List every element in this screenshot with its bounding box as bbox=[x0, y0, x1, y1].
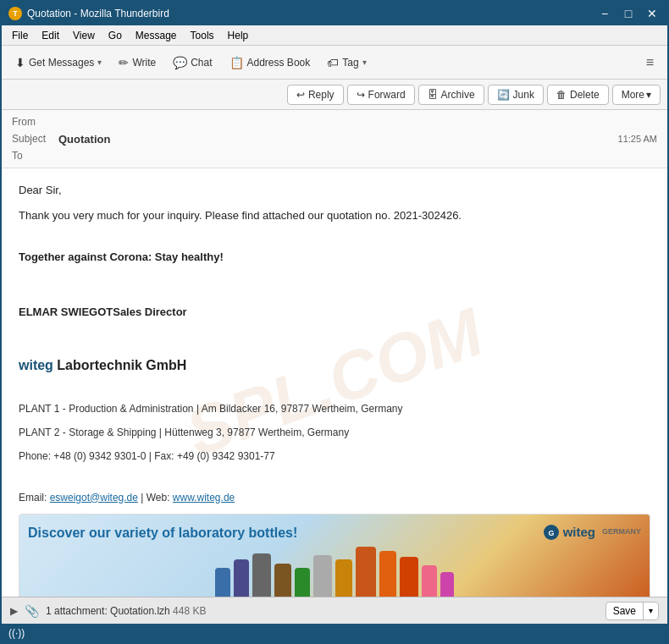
svg-text:G: G bbox=[548, 529, 554, 537]
menu-tools[interactable]: Tools bbox=[185, 28, 219, 43]
chat-button[interactable]: 💬 Chat bbox=[166, 52, 218, 73]
archive-icon: 🗄 bbox=[428, 89, 438, 101]
hamburger-menu-button[interactable]: ≡ bbox=[639, 52, 661, 74]
more-dropdown-arrow: ▾ bbox=[646, 89, 651, 101]
banner-logo: G witeg GERMANY bbox=[543, 523, 641, 542]
email-label: Email: bbox=[19, 492, 50, 504]
maximize-button[interactable]: □ bbox=[620, 7, 637, 20]
address-book-icon: 📋 bbox=[229, 56, 244, 69]
email-content: Dear Sir, Thank you very much for your i… bbox=[19, 182, 650, 597]
forward-icon: ↪ bbox=[357, 89, 365, 101]
company-rest: Labortechnik GmbH bbox=[53, 358, 186, 372]
from-label: From bbox=[12, 116, 58, 128]
from-row: From bbox=[12, 113, 657, 130]
wifi-icon: ((·)) bbox=[8, 627, 25, 639]
title-bar-left: T Quotation - Mozilla Thunderbird bbox=[8, 7, 169, 20]
delete-button[interactable]: 🗑 Delete bbox=[547, 85, 609, 105]
get-messages-button[interactable]: ⬇ Get Messages ▾ bbox=[8, 52, 108, 73]
web-link[interactable]: www.witeg.de bbox=[173, 492, 235, 504]
to-label: To bbox=[12, 150, 58, 162]
email-time: 11:25 AM bbox=[618, 134, 657, 144]
attachment-text: 1 attachment: Quotation.lzh 448 KB bbox=[46, 605, 206, 617]
menu-bar: File Edit View Go Message Tools Help bbox=[2, 25, 667, 46]
greeting: Dear Sir, bbox=[19, 182, 650, 199]
get-messages-icon: ⬇ bbox=[15, 56, 25, 69]
archive-button[interactable]: 🗄 Archive bbox=[418, 85, 484, 105]
reply-button[interactable]: ↩ Reply bbox=[287, 85, 344, 105]
title-bar: T Quotation - Mozilla Thunderbird − □ ✕ bbox=[2, 2, 667, 25]
reply-icon: ↩ bbox=[296, 89, 305, 101]
banner-image: Discover our variety of laboratory bottl… bbox=[19, 514, 650, 597]
menu-message[interactable]: Message bbox=[130, 28, 182, 43]
tagline: Together against Corona: Stay healthy! bbox=[19, 249, 650, 266]
save-label: Save bbox=[606, 603, 644, 619]
junk-icon: 🔄 bbox=[497, 89, 510, 101]
tag-icon: 🏷 bbox=[327, 56, 339, 69]
body-paragraph1: Thank you very much for your inquiry. Pl… bbox=[19, 207, 650, 224]
subject-row: Subject Quotation 11:25 AM bbox=[12, 130, 657, 147]
menu-view[interactable]: View bbox=[68, 28, 100, 43]
close-button[interactable]: ✕ bbox=[644, 7, 661, 20]
plant2-address: PLANT 2 - Storage & Shipping | Hüttenweg… bbox=[19, 425, 650, 440]
action-bar: ↩ Reply ↪ Forward 🗄 Archive 🔄 Junk 🗑 Del… bbox=[2, 80, 667, 110]
banner-heading: Discover our variety of laboratory bottl… bbox=[28, 523, 297, 543]
chat-icon: 💬 bbox=[173, 56, 187, 69]
tag-dropdown-arrow[interactable]: ▾ bbox=[362, 58, 367, 67]
footer-bar: ▶ 📎 1 attachment: Quotation.lzh 448 KB S… bbox=[2, 597, 667, 624]
window-title: Quotation - Mozilla Thunderbird bbox=[27, 8, 169, 19]
company-name: witeg Labortechnik GmbH bbox=[19, 355, 650, 376]
write-button[interactable]: ✏ Write bbox=[112, 52, 163, 73]
contact-info: Email: esweigot@witeg.de | Web: www.wite… bbox=[19, 490, 650, 505]
plant1-address: PLANT 1 - Production & Administration | … bbox=[19, 401, 650, 416]
save-button[interactable]: Save ▾ bbox=[605, 602, 659, 620]
expand-attachment-button[interactable]: ▶ bbox=[10, 605, 18, 617]
junk-button[interactable]: 🔄 Junk bbox=[488, 85, 544, 105]
company-witeg: witeg bbox=[19, 358, 53, 372]
thunderbird-window: T Quotation - Mozilla Thunderbird − □ ✕ … bbox=[0, 0, 669, 644]
tag-button[interactable]: 🏷 Tag ▾ bbox=[320, 52, 373, 73]
status-bar: ((·)) bbox=[2, 624, 667, 642]
email-body: SPL.COM Dear Sir, Thank you very much fo… bbox=[2, 168, 667, 597]
banner-bottles bbox=[19, 547, 650, 597]
to-row: To bbox=[12, 147, 657, 164]
address-book-button[interactable]: 📋 Address Book bbox=[223, 52, 318, 73]
email-headers: From Subject Quotation 11:25 AM To bbox=[2, 110, 667, 168]
menu-go[interactable]: Go bbox=[103, 28, 127, 43]
toolbar: ⬇ Get Messages ▾ ✏ Write 💬 Chat 📋 Addres… bbox=[2, 46, 667, 80]
get-messages-dropdown-arrow[interactable]: ▾ bbox=[97, 58, 102, 67]
delete-icon: 🗑 bbox=[556, 89, 567, 101]
save-dropdown-arrow[interactable]: ▾ bbox=[644, 603, 658, 618]
menu-file[interactable]: File bbox=[7, 28, 33, 43]
witeg-logo-icon: G bbox=[543, 524, 560, 541]
write-icon: ✏ bbox=[119, 56, 129, 69]
menu-help[interactable]: Help bbox=[223, 28, 254, 43]
email-link[interactable]: esweigot@witeg.de bbox=[50, 492, 138, 504]
signature-name: ELMAR SWIEGOTSales Director bbox=[19, 304, 650, 321]
more-button[interactable]: More ▾ bbox=[612, 85, 661, 105]
thunderbird-icon: T bbox=[8, 7, 22, 20]
forward-button[interactable]: ↪ Forward bbox=[347, 85, 415, 105]
title-bar-controls: − □ ✕ bbox=[596, 7, 661, 20]
subject-value: Quotation bbox=[58, 133, 110, 146]
attachment-icon: 📎 bbox=[25, 604, 39, 618]
minimize-button[interactable]: − bbox=[596, 7, 613, 20]
subject-label: Subject bbox=[12, 133, 58, 145]
web-label: | Web: bbox=[138, 492, 173, 504]
phone-fax: Phone: +48 (0) 9342 9301-0 | Fax: +49 (0… bbox=[19, 449, 650, 464]
menu-edit[interactable]: Edit bbox=[36, 28, 64, 43]
